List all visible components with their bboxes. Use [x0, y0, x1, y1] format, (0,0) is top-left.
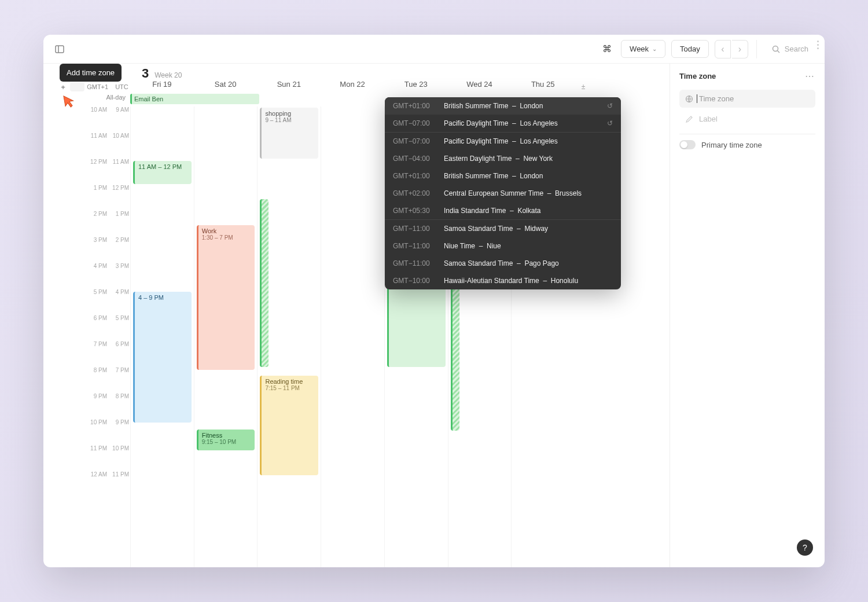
time-label: 5 PM — [108, 315, 129, 321]
panel-title: Time zone — [679, 72, 716, 80]
time-label: 12 PM — [108, 185, 129, 191]
time-label: 8 PM — [108, 393, 129, 399]
event[interactable]: Work1:30 – 7 PM — [197, 225, 255, 370]
add-tz-button[interactable]: + — [58, 82, 68, 91]
event[interactable]: Reading time7:15 – 11 PM — [260, 376, 318, 475]
date-day: 3 — [142, 66, 149, 81]
day-header[interactable]: Wed 24 — [448, 80, 512, 94]
timezone-option[interactable]: GMT−11:00Samoa Standard Time – Midway — [385, 220, 621, 237]
time-label: 11 PM — [108, 471, 129, 478]
timezone-input[interactable]: Time zone — [679, 90, 815, 108]
tz-col-2[interactable]: UTC — [115, 83, 128, 90]
time-label: 1 PM — [108, 211, 129, 217]
time-label: 7 PM — [84, 341, 107, 347]
svg-rect-0 — [56, 46, 64, 53]
time-label: 10 AM — [108, 133, 129, 139]
chevron-down-icon: ⌄ — [652, 46, 657, 52]
primary-tz-toggle[interactable]: Primary time zone — [679, 140, 815, 149]
time-label: 12 AM — [84, 471, 107, 478]
next-button[interactable]: › — [732, 40, 748, 58]
time-label: 6 PM — [84, 315, 107, 321]
label-input[interactable]: Label — [679, 110, 815, 128]
command-icon[interactable]: ⌘ — [599, 40, 615, 58]
time-label: 4 PM — [108, 289, 129, 295]
day-header[interactable]: Thu 25 — [511, 80, 575, 94]
day-col-fri[interactable]: 11 AM – 12 PM 4 – 9 PM — [130, 107, 194, 567]
time-label: 10 AM — [84, 107, 107, 113]
panel-more-button[interactable]: ⋯ — [805, 71, 815, 82]
time-label: 4 PM — [84, 263, 107, 269]
timezone-option[interactable]: GMT−10:00Hawaii-Aleutian Standard Time –… — [385, 272, 621, 289]
timezone-option[interactable]: GMT+02:00Central European Summer Time – … — [385, 185, 621, 202]
time-label: 11 PM — [84, 445, 107, 452]
time-label: 8 PM — [84, 367, 107, 373]
time-label: 11 AM — [84, 133, 107, 139]
time-label: 9 PM — [84, 393, 107, 399]
app-window: ⌘ Week ⌄ Today ‹ › Search 3 Week 20 Add — [43, 35, 825, 567]
columns-header: + GMT+1 UTC Fri 19Sat 20Sun 21Mon 22Tue … — [43, 80, 592, 94]
time-label: 9 PM — [108, 419, 129, 425]
help-button[interactable]: ? — [797, 539, 813, 556]
time-label: 2 PM — [108, 237, 129, 243]
event[interactable]: 4 – 9 PM — [133, 292, 192, 423]
time-label: 1 PM — [84, 185, 107, 191]
event-striped[interactable] — [451, 280, 459, 431]
date-week: Week 20 — [155, 71, 182, 79]
day-col-sat[interactable]: Work1:30 – 7 PM Fitness9:15 – 10 PM — [194, 107, 258, 567]
time-label: 5 PM — [84, 289, 107, 295]
day-header[interactable]: Mon 22 — [321, 80, 384, 94]
timezone-option[interactable]: GMT−07:00Pacific Daylight Time – Los Ang… — [385, 115, 621, 132]
time-label: 7 PM — [108, 367, 129, 373]
nav-arrows: ‹ › — [715, 40, 748, 58]
sidebar-toggle-button[interactable] — [53, 42, 67, 56]
toolbar: ⌘ Week ⌄ Today ‹ › Search — [43, 35, 825, 64]
timezone-option[interactable]: GMT−04:00Eastern Daylight Time – New Yor… — [385, 150, 621, 167]
divider — [756, 40, 757, 58]
side-panel: Time zone ⋯ Time zone Label Primary time… — [670, 64, 825, 567]
timezone-option[interactable]: GMT−11:00Samoa Standard Time – Pago Pago — [385, 255, 621, 272]
prev-button[interactable]: ‹ — [715, 40, 731, 58]
timezone-option[interactable]: GMT+05:30India Standard Time – Kolkata — [385, 202, 621, 219]
time-label: 10 PM — [84, 419, 107, 425]
add-timezone-tooltip: Add time zone — [60, 64, 122, 82]
event[interactable]: 11 AM – 12 PM — [133, 161, 192, 184]
window-dots-icon — [817, 41, 819, 49]
day-header[interactable]: Sun 21 — [257, 80, 321, 94]
allday-event[interactable]: Email Ben — [130, 94, 259, 104]
allday-label: All-day — [43, 94, 130, 105]
time-label: 3 PM — [84, 237, 107, 243]
divider — [679, 134, 815, 134]
day-header[interactable]: Tue 23 — [384, 80, 448, 94]
align-icon[interactable]: ± — [575, 80, 592, 94]
view-dropdown[interactable]: Week ⌄ — [621, 40, 665, 58]
search-input[interactable]: Search — [765, 41, 815, 57]
event[interactable]: Fitness9:15 – 10 PM — [197, 430, 255, 450]
event-striped[interactable] — [260, 199, 269, 367]
time-label: 9 AM — [108, 107, 129, 113]
today-button[interactable]: Today — [671, 40, 709, 58]
event[interactable]: shopping9 – 11 AM — [260, 108, 318, 159]
time-label: 12 PM — [84, 159, 107, 165]
tz-controls: + GMT+1 UTC — [43, 80, 130, 94]
svg-point-2 — [773, 46, 778, 51]
time-label: 3 PM — [108, 263, 129, 269]
time-label: 2 PM — [84, 211, 107, 217]
day-col-sun[interactable]: shopping9 – 11 AM Reading time7:15 – 11 … — [257, 107, 321, 567]
day-col-mon[interactable] — [321, 107, 384, 567]
time-label: 10 PM — [108, 445, 129, 452]
svg-line-3 — [777, 50, 779, 53]
time-label: 6 PM — [108, 341, 129, 347]
view-label: Week — [630, 45, 649, 53]
tz-new-pill[interactable] — [70, 82, 84, 91]
time-label: 11 AM — [108, 159, 129, 165]
tz-col-1[interactable]: GMT+1 — [87, 83, 108, 90]
day-header[interactable]: Fri 19 — [130, 80, 194, 94]
toggle-switch[interactable] — [679, 140, 696, 149]
timezone-option[interactable]: GMT−11:00Niue Time – Niue — [385, 237, 621, 255]
timezone-option[interactable]: GMT+01:00British Summer Time – London↺ — [385, 97, 621, 115]
timezone-dropdown: GMT+01:00British Summer Time – London↺GM… — [385, 97, 621, 289]
timezone-option[interactable]: GMT+01:00British Summer Time – London — [385, 167, 621, 185]
day-header[interactable]: Sat 20 — [194, 80, 258, 94]
timezone-option[interactable]: GMT−07:00Pacific Daylight Time – Los Ang… — [385, 133, 621, 150]
